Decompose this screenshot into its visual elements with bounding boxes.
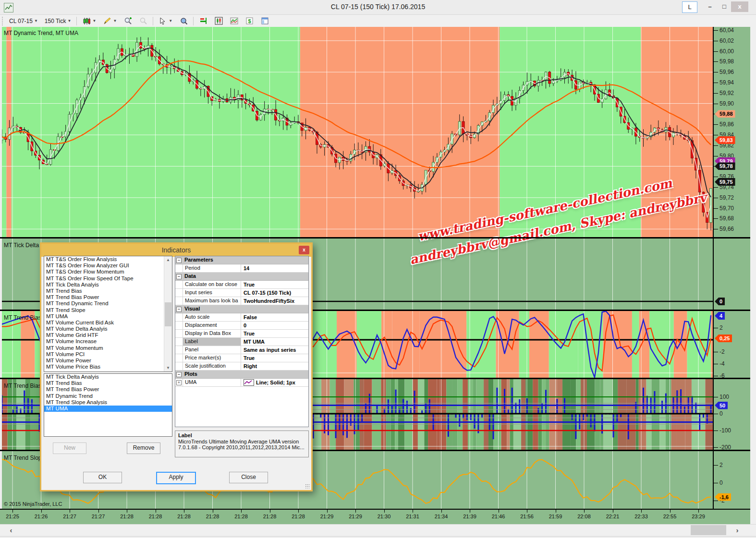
available-indicator-item[interactable]: MT Volume Momentum: [44, 345, 172, 351]
property-row[interactable]: Auto scaleFalse: [175, 313, 308, 322]
available-indicator-item[interactable]: MT Volume PCI: [44, 351, 172, 358]
svg-text:$: $: [248, 18, 251, 24]
chart-overlay-button[interactable]: [227, 15, 241, 27]
property-grid[interactable]: −ParametersPeriod14−DataCalculate on bar…: [175, 256, 309, 427]
indicator-tick-label: 100: [719, 394, 729, 400]
property-value[interactable]: Same as input series: [241, 346, 308, 354]
account-button[interactable]: $: [242, 15, 256, 27]
scroll-left-arrow-icon[interactable]: ‹: [7, 526, 15, 535]
new-button[interactable]: New: [53, 442, 86, 454]
available-indicator-item[interactable]: MT Trend Dynamic Trend: [44, 300, 172, 307]
configured-indicator-item[interactable]: MT Trend Bias: [44, 380, 172, 386]
property-value[interactable]: True: [241, 330, 308, 337]
available-indicators-list[interactable]: MT T&S Order Flow AnalysisMT T&S Order F…: [44, 256, 172, 372]
cursor-button[interactable]: ▼: [156, 15, 175, 27]
close-dialog-button[interactable]: Close: [229, 472, 268, 483]
properties-button[interactable]: [257, 15, 272, 27]
maximize-button[interactable]: □: [718, 1, 731, 12]
panel-separator[interactable]: [0, 237, 750, 239]
property-value[interactable]: 14: [241, 264, 308, 272]
property-value[interactable]: True: [241, 281, 308, 288]
configured-indicator-item[interactable]: MT UMA: [44, 406, 172, 412]
property-row[interactable]: Displacement0: [175, 322, 308, 330]
close-button[interactable]: x: [731, 1, 748, 12]
property-row[interactable]: LabelMT UMA: [175, 338, 308, 346]
available-indicator-item[interactable]: MT UMA: [44, 313, 172, 320]
collapse-icon[interactable]: −: [176, 274, 182, 279]
time-axis[interactable]: 21:2521:2621:2721:2721:2821:2821:2821:28…: [0, 509, 750, 524]
drawing-tools-button[interactable]: ▼: [100, 15, 120, 27]
property-value[interactable]: MT UMA: [241, 338, 308, 346]
available-indicator-item[interactable]: MT Trend Bias Power: [44, 294, 172, 300]
property-category-row[interactable]: −Plots: [175, 371, 308, 379]
property-value[interactable]: False: [241, 313, 308, 321]
data-box-button[interactable]: [176, 15, 191, 27]
scroll-right-arrow-icon[interactable]: ›: [733, 526, 742, 535]
property-value[interactable]: 0: [241, 322, 308, 329]
chart-style-button[interactable]: ▼: [79, 15, 99, 27]
scrollbar-thumb[interactable]: [165, 302, 171, 326]
scroll-up-icon[interactable]: ▲: [164, 256, 172, 263]
zoom-out-button[interactable]: [136, 15, 150, 27]
property-row[interactable]: +UMALine; Solid; 1px: [175, 379, 308, 387]
available-indicator-item[interactable]: MT Volume Grid HTF: [44, 332, 172, 338]
available-indicator-item[interactable]: MT Volume Power: [44, 358, 172, 364]
property-category-row[interactable]: −Visual: [175, 305, 308, 313]
available-indicator-item[interactable]: MT T&S Order Flow Analyzer GUI: [44, 263, 172, 269]
apply-button[interactable]: Apply: [156, 472, 196, 484]
property-category-row[interactable]: −Data: [175, 273, 308, 281]
scroll-down-icon[interactable]: ▼: [164, 364, 172, 371]
property-row[interactable]: Scale justificationRight: [175, 362, 308, 371]
dialog-close-button[interactable]: x: [299, 246, 309, 254]
available-indicator-item[interactable]: MT Trend Slope: [44, 307, 172, 313]
available-indicator-item[interactable]: MT Volume Delta Analyis: [44, 326, 172, 332]
property-category-row[interactable]: −Parameters: [175, 256, 308, 264]
property-row[interactable]: Calculate on bar closeTrue: [175, 281, 308, 289]
property-value[interactable]: CL 07-15 (150 Tick): [241, 289, 308, 297]
property-row[interactable]: Period14: [175, 264, 308, 273]
time-tick-label: 21:39: [463, 514, 476, 519]
minimize-button[interactable]: –: [703, 1, 717, 12]
configured-indicator-item[interactable]: MT Trend Bias Power: [44, 386, 172, 393]
expand-icon[interactable]: +: [176, 380, 182, 385]
remove-button[interactable]: Remove: [127, 442, 160, 454]
available-indicator-item[interactable]: MT Tick Delta Analyis: [44, 282, 172, 288]
configured-indicator-item[interactable]: MT Tick Delta Analyis: [44, 374, 172, 380]
property-row[interactable]: Price marker(s)True: [175, 354, 308, 362]
property-value[interactable]: Line; Solid; 1px: [241, 379, 308, 386]
list-scrollbar[interactable]: ▲▼: [164, 256, 172, 371]
zoom-in-button[interactable]: [121, 15, 135, 27]
price-axis[interactable]: 60,0460,0260,0059,9859,9659,9459,9259,90…: [713, 27, 751, 509]
property-row[interactable]: Display in Data BoxTrue: [175, 330, 308, 338]
property-value[interactable]: True: [241, 354, 308, 362]
property-value[interactable]: TwoHundredFiftySix: [241, 297, 308, 305]
instrument-selector[interactable]: CL 07-15▼: [6, 16, 41, 26]
available-indicator-item[interactable]: MT Volume Price Bias: [44, 364, 172, 370]
property-row[interactable]: PanelSame as input series: [175, 346, 308, 354]
available-indicator-item[interactable]: MT Volume Increase: [44, 338, 172, 345]
dialog-title-bar[interactable]: Indicators: [41, 244, 311, 257]
property-row[interactable]: Maximum bars look baTwoHundredFiftySix: [175, 297, 308, 305]
property-row[interactable]: Input seriesCL 07-15 (150 Tick): [175, 289, 308, 297]
horizontal-scrollbar[interactable]: ‹ ›: [0, 524, 756, 537]
toolbar-grip[interactable]: [2, 17, 5, 25]
available-indicator-item[interactable]: MT T&S Order Flow Analysis: [44, 256, 172, 263]
indicators-button[interactable]: [211, 15, 226, 27]
ok-button[interactable]: OK: [83, 472, 122, 483]
available-indicator-item[interactable]: MT T&S Order Flow Speed Of Tape: [44, 275, 172, 282]
configured-indicator-item[interactable]: MT Trend Slope Analysis: [44, 399, 172, 406]
link-button[interactable]: L: [682, 1, 697, 13]
collapse-icon[interactable]: −: [176, 372, 182, 377]
collapse-icon[interactable]: −: [176, 258, 182, 263]
resize-grip[interactable]: [305, 484, 310, 489]
available-indicator-item[interactable]: MT Trend Bias: [44, 288, 172, 294]
property-value[interactable]: Right: [241, 362, 308, 370]
configured-indicators-list[interactable]: MT Tick Delta AnalyisMT Trend BiasMT Tre…: [44, 373, 172, 437]
collapse-icon[interactable]: −: [176, 307, 182, 312]
available-indicator-item[interactable]: MT Volume Current Bid Ask: [44, 320, 172, 326]
configured-indicator-item[interactable]: MT Dynamic Trend: [44, 393, 172, 399]
scrollbar-thumb[interactable]: [691, 525, 726, 535]
market-analyzer-button[interactable]: [196, 15, 210, 27]
available-indicator-item[interactable]: MT T&S Order Flow Momentum: [44, 269, 172, 275]
interval-selector[interactable]: 150 Tick▼: [42, 16, 74, 26]
